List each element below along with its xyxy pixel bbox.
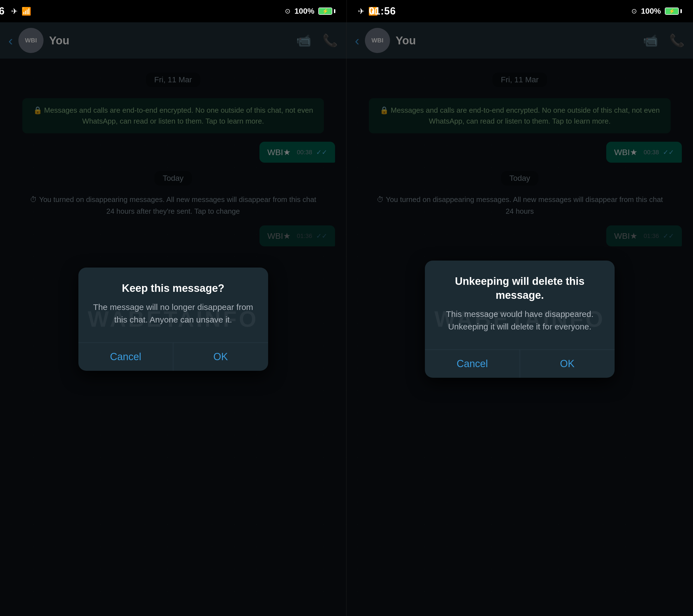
screen-left: ‹ WBI You 📹 📞 Fri, 11 Mar 🔒 Messages and… [0,22,346,616]
airplane-icon-left: ✈ [11,7,18,16]
dialog-title-right: Unkeeping will delete this message. [439,275,601,302]
dialog-content-right: Unkeeping will delete this message. This… [425,261,615,341]
dialog-message-left: The message will no longer disappear fro… [92,301,254,326]
wifi-icon-left: 📶 [21,7,31,16]
status-bar-left: ✈ 📶 01:36 ⊙ 100% ⚡ [0,0,346,22]
dialog-actions-left: Cancel OK [78,343,268,371]
battery-percent-right: 100% [641,7,661,16]
time-left: 01:36 [0,5,5,17]
right-status-icons-left: ⊙ 100% ⚡ [285,7,335,16]
right-status-icons-right: ⊙ 100% ⚡ [631,7,682,16]
screens-container: ‹ WBI You 📹 📞 Fri, 11 Mar 🔒 Messages and… [0,22,693,616]
time-right: 01:56 [369,5,396,17]
battery-icon-left: ⚡ [318,7,335,15]
status-bar-right: ✈ 📶 01:56 ⊙ 100% ⚡ [346,0,693,22]
cancel-button-right[interactable]: Cancel [425,350,520,378]
dialog-actions-right: Cancel OK [425,350,615,378]
airplane-icon-right: ✈ [358,7,364,16]
dialog-overlay-left: Keep this message? The message will no l… [0,22,346,616]
cancel-button-left[interactable]: Cancel [78,343,173,371]
ok-button-left[interactable]: OK [173,343,268,371]
battery-icon-right: ⚡ [665,7,682,15]
screen-right: ‹ WBI You 📹 📞 Fri, 11 Mar 🔒 Messages and… [346,22,693,616]
battery-percent-left: 100% [294,7,314,16]
dialog-message-right: This message would have disappeared. Unk… [439,308,601,333]
dialog-title-left: Keep this message? [92,281,254,295]
dialog-right: Unkeeping will delete this message. This… [425,261,615,378]
ok-button-right[interactable]: OK [520,350,615,378]
dialog-left: Keep this message? The message will no l… [78,267,268,371]
dialog-overlay-right: Unkeeping will delete this message. This… [346,22,693,616]
location-icon-left: ⊙ [285,7,291,15]
location-icon-right: ⊙ [631,7,637,15]
dialog-content-left: Keep this message? The message will no l… [78,267,268,334]
left-status-icons: ✈ 📶 [11,7,31,16]
status-bar: ✈ 📶 01:36 ⊙ 100% ⚡ ✈ 📶 01:56 ⊙ 100% [0,0,693,22]
